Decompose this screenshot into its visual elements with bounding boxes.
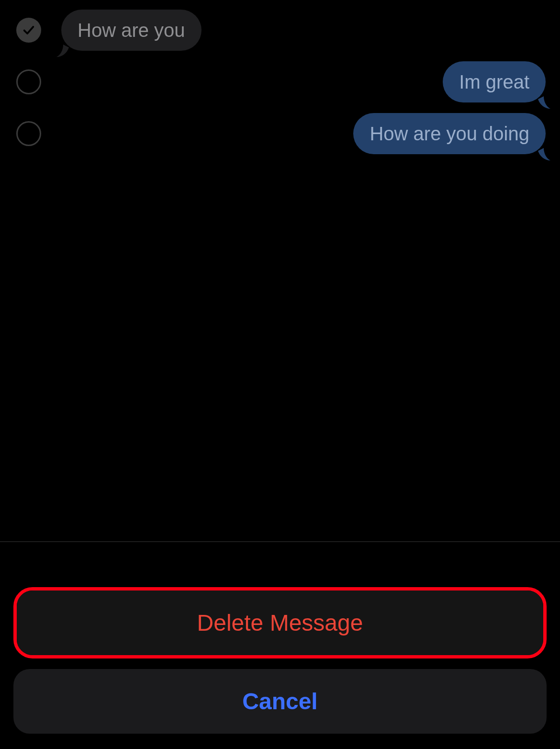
select-checkbox[interactable] [16, 69, 41, 94]
message-row: How are you doing [0, 113, 560, 154]
select-checkbox[interactable] [16, 121, 41, 146]
message-text: How are you doing [370, 123, 529, 144]
cancel-button[interactable]: Cancel [13, 669, 547, 734]
delete-message-button[interactable]: Delete Message [17, 590, 543, 655]
action-sheet: Delete Message Cancel [0, 587, 560, 749]
bubble-tail-icon [56, 39, 69, 52]
incoming-message-bubble[interactable]: How are you [61, 10, 202, 51]
highlight-box: Delete Message [13, 587, 547, 658]
bubble-tail-icon [538, 143, 550, 155]
outgoing-message-bubble[interactable]: How are you doing [353, 113, 546, 154]
message-text: Im great [459, 71, 529, 92]
divider [0, 541, 560, 542]
checkmark-icon [22, 23, 35, 37]
message-row: Im great [0, 61, 560, 102]
bubble-tail-icon [538, 91, 550, 103]
button-label: Delete Message [197, 610, 363, 636]
message-text: How are you [78, 20, 185, 41]
message-row: How are you [0, 10, 560, 51]
select-checkbox[interactable] [16, 18, 41, 43]
message-thread: How are you Im great How are you doing [0, 0, 560, 154]
button-label: Cancel [242, 689, 317, 714]
outgoing-message-bubble[interactable]: Im great [443, 61, 546, 102]
